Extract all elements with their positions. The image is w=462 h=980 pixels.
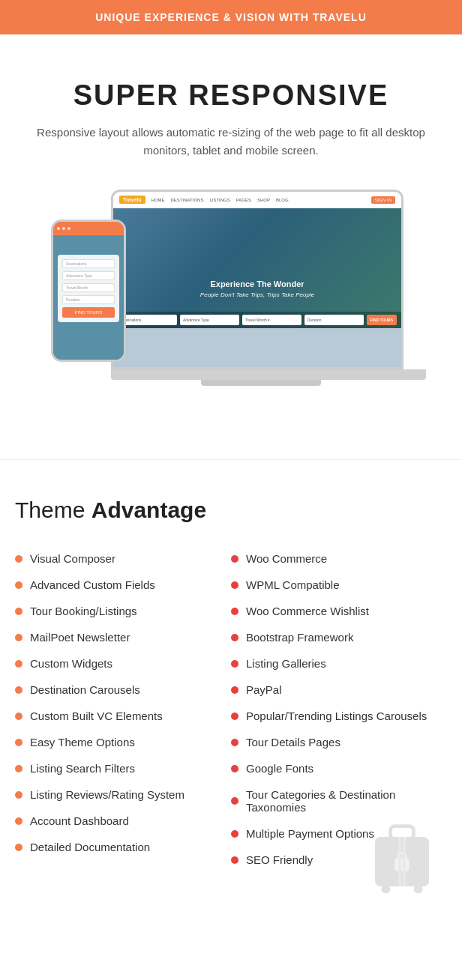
- adv-dot-left-2: [15, 608, 22, 615]
- adv-left-item-5: Destination Carousels: [15, 677, 231, 703]
- adv-label-left-1: Advanced Custom Fields: [30, 578, 155, 591]
- adv-right-item-8: Google Fonts: [231, 755, 447, 781]
- laptop-nav: HOME DESTINATIONS LISTINGS PAGES SHOP BL…: [152, 198, 289, 202]
- phone-dot-1: [57, 227, 60, 230]
- nav-listings: LISTINGS: [209, 198, 230, 202]
- adv-dot-left-4: [15, 660, 22, 668]
- adv-label-right-8: Google Fonts: [246, 762, 314, 775]
- luggage-icon: [357, 810, 447, 903]
- phone-field-4: Duration: [62, 295, 115, 304]
- laptop-type-field[interactable]: Adventure Type: [180, 315, 239, 325]
- nav-destinations: DESTINATIONS: [171, 198, 204, 202]
- adv-left-item-1: Advanced Custom Fields: [15, 572, 231, 598]
- laptop-dest-field[interactable]: Destinations: [118, 315, 177, 325]
- svg-rect-7: [403, 837, 406, 886]
- adv-right-item-0: Woo Commerce: [231, 545, 447, 572]
- adv-dot-left-11: [15, 844, 22, 851]
- phone-dot-2: [62, 227, 65, 230]
- adv-dot-right-9: [231, 797, 238, 805]
- laptop-month-field[interactable]: Travel Month ▾: [242, 315, 302, 325]
- adv-label-right-10: Multiple Payment Options: [246, 827, 374, 840]
- nav-home: HOME: [152, 198, 165, 202]
- phone-mockup: Destinations Adventure Type Travel Month…: [51, 220, 126, 369]
- adv-dot-left-5: [15, 686, 22, 694]
- adv-left-item-0: Visual Composer: [15, 545, 231, 572]
- banner: UNIQUE EXPERIENCE & VISION WITH TRAVELU: [0, 0, 462, 34]
- nav-shop: SHOP: [257, 198, 270, 202]
- adv-left-item-6: Custom Built VC Elements: [15, 703, 231, 729]
- advantages-section: Theme Advantage Visual ComposerAdvanced …: [0, 460, 462, 918]
- laptop-logo: Travelu: [119, 196, 146, 204]
- laptop-base: [111, 369, 426, 380]
- adv-dot-right-2: [231, 608, 238, 615]
- adv-label-left-6: Custom Built VC Elements: [30, 710, 163, 722]
- adv-left-item-10: Account Dashboard: [15, 808, 231, 834]
- adv-label-left-11: Detailed Documentation: [30, 841, 150, 853]
- adv-label-right-6: Popular/Trending Listings Carousels: [246, 710, 427, 722]
- adv-label-right-2: Woo Commerce Wishlist: [246, 605, 369, 617]
- svg-rect-6: [398, 837, 401, 886]
- adv-dot-left-8: [15, 765, 22, 772]
- adv-dot-right-3: [231, 634, 238, 641]
- phone-dot-3: [68, 227, 70, 230]
- adv-left-item-11: Detailed Documentation: [15, 834, 231, 860]
- nav-pages: PAGES: [236, 198, 251, 202]
- laptop-hero-text: Experience The Wonder People Don't Take …: [182, 279, 332, 298]
- adv-dot-right-0: [231, 555, 238, 563]
- phone-field-3: Travel Month: [62, 283, 115, 292]
- adv-label-left-10: Account Dashboard: [30, 814, 129, 827]
- adv-label-left-8: Listing Search Filters: [30, 762, 135, 775]
- adv-label-right-4: Listing Galleries: [246, 657, 326, 670]
- adv-dot-right-4: [231, 660, 238, 668]
- adv-dot-right-6: [231, 713, 238, 720]
- adv-dot-left-10: [15, 817, 22, 825]
- advantages-title-normal: Theme: [15, 497, 92, 522]
- adv-left-item-4: Custom Widgets: [15, 650, 231, 677]
- adv-label-right-1: WPML Compatible: [246, 578, 339, 591]
- adv-dot-left-3: [15, 634, 22, 641]
- svg-rect-1: [390, 826, 413, 839]
- signin-button[interactable]: SIGN IN: [371, 196, 395, 204]
- laptop-find-button[interactable]: FIND TOURS: [367, 315, 397, 325]
- adv-right-item-1: WPML Compatible: [231, 572, 447, 598]
- adv-label-left-4: Custom Widgets: [30, 657, 112, 670]
- laptop-hero-subheading: People Don't Take Trips, Trips Take Peop…: [182, 291, 332, 298]
- adv-dot-right-10: [231, 830, 238, 838]
- banner-text: UNIQUE EXPERIENCE & VISION WITH TRAVELU: [95, 11, 367, 23]
- device-mockup: Destinations Adventure Type Travel Month…: [51, 190, 411, 399]
- phone-field-1: Destinations: [62, 259, 115, 268]
- adv-left-item-2: Tour Booking/Listings: [15, 598, 231, 624]
- adv-left-item-3: MailPoet Newsletter: [15, 624, 231, 650]
- adv-label-right-0: Woo Commerce: [246, 552, 327, 565]
- adv-label-right-3: Bootstrap Framework: [246, 631, 353, 644]
- adv-dot-left-1: [15, 581, 22, 589]
- adv-left-item-8: Listing Search Filters: [15, 755, 231, 781]
- adv-label-left-2: Tour Booking/Listings: [30, 605, 137, 617]
- laptop-duration-field[interactable]: Duration: [304, 315, 364, 325]
- adv-dot-right-11: [231, 856, 238, 864]
- adv-right-item-5: PayPal: [231, 677, 447, 703]
- laptop-search-bar: Destinations Adventure Type Travel Month…: [113, 312, 401, 328]
- adv-dot-left-0: [15, 555, 22, 563]
- phone-find-button[interactable]: FIND TOURS: [62, 307, 115, 318]
- svg-point-4: [381, 885, 390, 894]
- advantages-left-column: Visual ComposerAdvanced Custom FieldsTou…: [15, 545, 231, 873]
- adv-dot-left-6: [15, 713, 22, 720]
- adv-label-left-7: Easy Theme Options: [30, 736, 135, 748]
- adv-label-left-9: Listing Reviews/Rating System: [30, 788, 184, 801]
- laptop-navbar: Travelu HOME DESTINATIONS LISTINGS PAGES…: [113, 192, 401, 208]
- adv-dot-right-5: [231, 686, 238, 694]
- advantages-title: Theme Advantage: [15, 497, 447, 523]
- hero-description: Responsive layout allows automatic re-si…: [36, 124, 426, 160]
- hero-title: SUPER RESPONSIVE: [15, 79, 447, 112]
- adv-right-item-6: Popular/Trending Listings Carousels: [231, 703, 447, 729]
- svg-point-5: [414, 885, 423, 894]
- adv-label-left-5: Destination Carousels: [30, 683, 140, 696]
- adv-right-item-2: Woo Commerce Wishlist: [231, 598, 447, 624]
- laptop-hero-image: Experience The Wonder People Don't Take …: [113, 208, 401, 328]
- adv-left-item-7: Easy Theme Options: [15, 729, 231, 755]
- phone-form: Destinations Adventure Type Travel Month…: [58, 255, 119, 322]
- adv-label-left-0: Visual Composer: [30, 552, 116, 565]
- adv-dot-right-1: [231, 581, 238, 589]
- adv-dot-left-7: [15, 739, 22, 746]
